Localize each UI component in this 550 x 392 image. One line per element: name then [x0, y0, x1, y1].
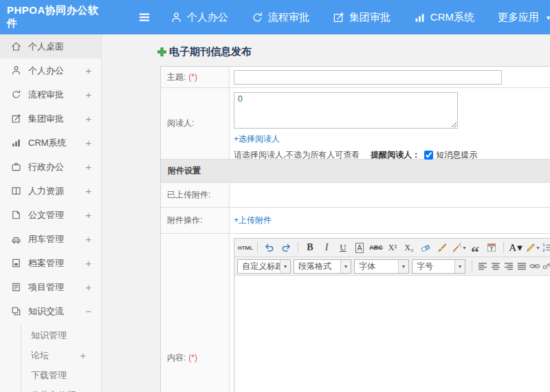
collapse-icon[interactable]: − [85, 305, 91, 317]
sidebar-item-vehicle-management[interactable]: 用车管理+ [0, 227, 101, 251]
sidebar-item-archive-management[interactable]: 档案管理+ [0, 251, 101, 275]
svg-text:1: 1 [542, 243, 544, 247]
chevron-down-icon: ▾ [340, 260, 351, 273]
rich-text-editor: HTMLBIUAABCX²X₂▾“A▾▾12▾ 自定义标题▾段落格式▾字体▾字号… [234, 238, 550, 392]
format-painter-button[interactable] [434, 240, 450, 255]
custom-heading-select[interactable]: 自定义标题▾ [237, 259, 291, 274]
italic-button[interactable]: I [319, 240, 334, 255]
insert-link-button[interactable] [528, 259, 541, 274]
underline-button[interactable]: U [336, 240, 351, 255]
upload-attachment-link[interactable]: +上传附件 [234, 215, 272, 226]
sidebar-item-crm-system[interactable]: CRM系统+ [0, 131, 101, 155]
strikethrough-button[interactable]: ABC [368, 240, 384, 255]
nav-item-workflow-approval[interactable]: 流程审批 [252, 11, 309, 24]
page-title-row: 电子期刊信息发布 [157, 45, 550, 58]
nav-item-more-apps[interactable]: 更多应用▾ [498, 11, 550, 24]
redo-button[interactable] [278, 240, 294, 255]
user-icon [11, 65, 21, 76]
attachment-section-header: 附件设置 [161, 160, 550, 183]
sidebar-subitem-download-management[interactable]: 下载管理 [21, 365, 101, 385]
remove-link-button[interactable] [541, 259, 550, 274]
align-right-icon [503, 261, 514, 272]
border-text-button[interactable]: A [352, 240, 367, 255]
sidebar-subitem-knowledge-management[interactable]: 知识管理 [21, 325, 101, 345]
paragraph-format-select[interactable]: 段落格式▾ [294, 259, 351, 274]
sidebar-item-personal-office[interactable]: 个人办公+ [0, 58, 101, 83]
expand-icon[interactable]: + [85, 65, 91, 76]
insert-template-button[interactable] [484, 240, 499, 255]
expand-icon[interactable]: + [85, 257, 91, 269]
subscript-button[interactable]: X₂ [402, 240, 417, 255]
layers-icon [11, 306, 21, 316]
chart-icon [11, 138, 21, 148]
sidebar-item-label: 公文管理 [28, 209, 64, 221]
expand-icon[interactable]: + [85, 89, 91, 100]
sidebar-subitem-public-file-cabinet[interactable]: 公共文件柜 [21, 385, 101, 392]
highlight-color-button[interactable]: ▾ [525, 240, 540, 255]
button-label: U [340, 242, 346, 253]
superscript-button[interactable]: X² [385, 240, 400, 255]
expand-icon[interactable]: + [85, 185, 91, 197]
subject-label: 主题: (*) [161, 67, 230, 87]
button-label: I [325, 242, 329, 253]
hamburger-menu-icon [138, 10, 151, 24]
chevron-down-icon: ▾ [398, 260, 408, 273]
align-left-button[interactable] [476, 259, 489, 274]
expand-icon[interactable]: + [85, 281, 91, 293]
bold-button[interactable]: B [302, 240, 318, 255]
app-logo: PHPOA协同办公软件 [0, 4, 99, 30]
book-icon [11, 186, 21, 196]
archive-icon [11, 258, 21, 268]
required-mark: (*) [188, 72, 197, 82]
toolbar-separator [257, 242, 258, 253]
align-justify-button[interactable] [515, 259, 528, 274]
select-readers-link[interactable]: +选择阅读人 [234, 134, 280, 144]
font-size-select[interactable]: 字号▾ [412, 259, 465, 274]
chevron-down-icon: ▾ [547, 14, 550, 21]
chevron-down-icon: ▾ [517, 241, 522, 254]
sidebar-subitem-forum[interactable]: 论坛+ [21, 345, 101, 365]
subject-input[interactable] [234, 70, 502, 85]
uploaded-attachments-value [230, 183, 550, 207]
auto-typeset-button[interactable]: ▾ [451, 240, 466, 255]
button-label: “ [471, 250, 479, 254]
sidebar-item-human-resources[interactable]: 人力资源+ [0, 179, 101, 203]
sidebar-item-project-management[interactable]: 项目管理+ [0, 275, 101, 299]
html-source-button[interactable]: HTML [238, 240, 253, 255]
nav-item-label: 流程审批 [268, 11, 309, 24]
align-center-button[interactable] [489, 259, 502, 274]
sidebar-item-workflow-approval[interactable]: 流程审批+ [0, 83, 101, 107]
ordered-list-button[interactable]: 12▾ [541, 240, 550, 255]
nav-item-crm-system[interactable]: CRM系统 [414, 11, 474, 24]
expand-icon[interactable]: + [85, 209, 91, 221]
align-right-button[interactable] [502, 259, 515, 274]
font-family-select[interactable]: 字体▾ [354, 259, 409, 274]
edit-icon [11, 113, 21, 124]
chevron-down-icon: ▾ [463, 245, 466, 251]
readers-label: 阅读人: [161, 88, 230, 159]
chevron-down-icon: ▾ [537, 245, 540, 251]
sidebar-item-group-approval[interactable]: 集团审批+ [0, 107, 101, 131]
undo-button[interactable] [262, 240, 277, 255]
expand-icon[interactable]: + [85, 233, 91, 245]
sidebar-item-knowledge-exchange[interactable]: 知识交流− [0, 299, 101, 323]
blockquote-button[interactable]: “ [468, 240, 483, 255]
nav-item-personal-office[interactable]: 个人办公 [170, 11, 228, 24]
editor-content-area[interactable] [234, 276, 550, 392]
sidebar: 个人桌面个人办公+流程审批+集团审批+CRM系统+行政办公+人力资源+公文管理+… [0, 34, 102, 392]
expand-icon[interactable]: + [85, 161, 91, 173]
sms-notify-checkbox[interactable] [424, 151, 433, 160]
ordered-list-icon: 12 [542, 242, 550, 253]
menu-toggle-button[interactable] [138, 10, 151, 24]
expand-icon[interactable]: + [85, 137, 91, 149]
expand-icon[interactable]: + [80, 349, 86, 361]
expand-icon[interactable]: + [85, 113, 91, 124]
sidebar-item-admin-office[interactable]: 行政办公+ [0, 155, 101, 179]
font-color-button[interactable]: A▾ [508, 240, 523, 255]
top-navbar: PHPOA协同办公软件 个人办公流程审批集团审批CRM系统更多应用▾ [0, 0, 550, 34]
remove-format-button[interactable] [418, 240, 433, 255]
sidebar-item-personal-desktop[interactable]: 个人桌面 [0, 34, 101, 58]
readers-textarea[interactable] [234, 92, 458, 129]
nav-item-group-approval[interactable]: 集团审批 [333, 11, 390, 24]
sidebar-item-document-management[interactable]: 公文管理+ [0, 203, 101, 227]
